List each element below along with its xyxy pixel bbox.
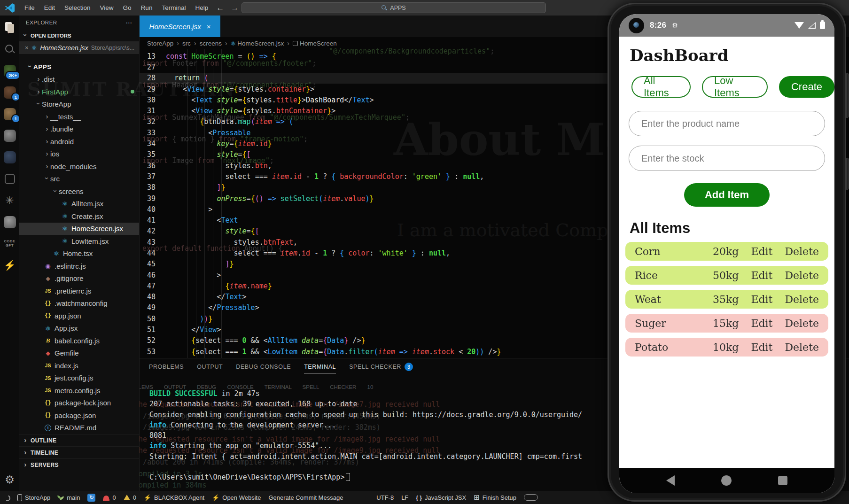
edit-button[interactable]: Edit [751,318,772,329]
breadcrumb-item[interactable]: ⚛HomeScreen.jsx [231,40,284,47]
explorer-item-index-js[interactable]: JSindex.js [19,359,139,372]
explorer-item-metro-config-js[interactable]: JSmetro.config.js [19,384,139,397]
explorer-item-storeapp[interactable]: ›StoreApp [19,98,139,111]
volume-button[interactable] [846,73,849,118]
explorer-item-app-json[interactable]: {}app.json [19,310,139,322]
settings-gear-icon[interactable]: ⚙ [5,473,15,486]
edit-button[interactable]: Edit [751,341,772,353]
stock-input[interactable] [629,146,825,171]
breadcrumb-item[interactable]: StoreApp [147,40,173,47]
add-item-button[interactable]: Add Item [684,183,770,207]
panel-tab-output[interactable]: OUTPUT [197,360,223,373]
codegpt-extension-icon[interactable]: CODE GPT [3,237,16,250]
open-editors-section[interactable]: › OPEN EDITORS [19,30,139,41]
edit-button[interactable]: Edit [751,246,772,257]
explorer-icon[interactable] [3,21,16,34]
toggle-status-item[interactable] [524,494,538,501]
package-extension-icon[interactable]: 1 [3,108,16,120]
panel-tab-terminal[interactable]: TERMINAL [304,360,336,373]
delete-button[interactable]: Delete [785,318,819,329]
0-status-item[interactable]: 0 [103,494,116,501]
open-editor-item[interactable]: × ⚛ HomeScreen.jsx StoreApp\src\s... [19,41,139,54]
tree-extension-icon[interactable] [3,172,16,185]
explorer-item--dist[interactable]: ›.dist [19,73,139,86]
delete-button[interactable]: Delete [785,270,819,281]
power-button[interactable] [846,158,849,190]
explorer-item--watchmanconfig[interactable]: {}.watchmanconfig [19,297,139,310]
lightning-extension-icon[interactable]: ⚡ [3,259,16,271]
search-icon[interactable] [3,43,16,55]
delete-button[interactable]: Delete [785,341,819,353]
low-items-tab[interactable]: Low Items [702,76,768,98]
sidebar-section-timeline[interactable]: ›TIMELINE [19,446,139,458]
explorer-item--gitignore[interactable]: ◆.gitignore [19,272,139,285]
detective-extension-icon[interactable]: 1 [3,86,16,99]
0-status-item[interactable]: 0 [124,494,136,501]
panel-tab-spell-checker[interactable]: SPELL CHECKER3 [349,359,413,374]
menu-file[interactable]: File [20,0,39,16]
explorer-item-jest-config-js[interactable]: JSjest.config.js [19,372,139,385]
create-tab[interactable]: Create [779,76,834,98]
explorer-item-app-jsx[interactable]: ⚛App.jsx [19,322,139,335]
python-gray-extension-icon[interactable] [3,216,16,228]
explorer-item-create-jsx[interactable]: ⚛Create.jsx [19,210,139,223]
edit-button[interactable]: Edit [751,270,772,281]
sidebar-section-outline[interactable]: ›OUTLINE [19,434,139,446]
breadcrumb-item[interactable]: HomeScreen [293,40,337,47]
sync-status-item[interactable] [87,494,95,502]
explorer-item-ios[interactable]: ›ios [19,148,139,161]
recents-nav-icon[interactable] [778,476,787,485]
main-status-item[interactable]: main [58,494,80,501]
home-nav-icon[interactable] [721,475,732,486]
nav-forward-icon[interactable]: → [231,3,239,13]
plant-extension-icon[interactable]: 2K+ [3,64,16,77]
menu-help[interactable]: Help [190,0,213,16]
panel-tab-debug-console[interactable]: DEBUG CONSOLE [236,360,291,373]
lf-status-item[interactable]: LF [401,494,408,501]
explorer-item-babel-config-js[interactable]: Bbabel.config.js [19,334,139,347]
breadcrumb-item[interactable]: src [182,40,191,47]
sidebar-section-servers[interactable]: ›SERVERS [19,458,139,471]
explorer-item-package-lock-json[interactable]: {}package-lock.json [19,397,139,410]
generate-commit-message-status-item[interactable]: Generate Commit Message [268,494,343,501]
menu-terminal[interactable]: Terminal [157,0,190,16]
explorer-item-homescreen-jsx[interactable]: ⚛HomeScreen.jsx [19,223,139,235]
delete-button[interactable]: Delete [785,294,819,305]
explorer-actions-icon[interactable]: ⋯ [126,19,133,26]
openai-extension-icon[interactable]: ✳ [3,194,16,207]
explorer-item--tests-[interactable]: ›__tests__ [19,110,139,123]
javascript-jsx-status-item[interactable]: JavaScript JSX [416,494,466,501]
explorer-item--prettierrc-js[interactable]: JS.prettierrc.js [19,285,139,297]
menu-run[interactable]: Run [136,0,157,16]
explorer-item-apps[interactable]: ›APPS [19,61,139,73]
explorer-item-firstapp[interactable]: ›FirstApp [19,85,139,98]
storeapp-status-item[interactable]: StoreApp [17,494,50,501]
explorer-item-screens[interactable]: ›screens [19,185,139,198]
breadcrumb-item[interactable]: screens [200,40,222,47]
explorer-item-src[interactable]: ›src [19,173,139,186]
blackbox-agent-status-item[interactable]: BLACKBOX Agent [144,494,204,501]
explorer-item-gemfile[interactable]: ◆Gemfile [19,347,139,360]
menu-edit[interactable]: Edit [39,0,60,16]
explorer-item--eslintrc-js[interactable]: ◉.eslintrc.js [19,260,139,272]
panel-tab-problems[interactable]: PROBLEMS [149,360,184,373]
close-icon[interactable]: × [25,44,29,51]
command-search-box[interactable]: APPS [241,2,546,13]
satellite-extension-icon[interactable] [3,129,16,142]
explorer-item-lowitem-jsx[interactable]: ⚛LowItem.jsx [19,235,139,248]
terminal[interactable]: BUILD SUCCESSFUL in 2m 47s207 actionable… [149,389,582,484]
explorer-item-package-json[interactable]: {}package.json [19,409,139,422]
nav-back-icon[interactable]: ← [216,3,224,13]
explorer-item-readme-md[interactable]: iREADME.md [19,422,139,434]
product-name-input[interactable] [629,111,825,136]
python-extension-icon[interactable] [3,151,16,163]
menu-view[interactable]: View [95,0,118,16]
all-items-tab[interactable]: All Items [631,76,691,98]
finish-setup-status-item[interactable]: Finish Setup [474,493,516,502]
tab-close-icon[interactable]: × [207,23,211,31]
explorer-item-android[interactable]: ›android [19,135,139,148]
explorer-item-home-tsx[interactable]: ⚛Home.tsx [19,248,139,260]
menu-selection[interactable]: Selection [60,0,95,16]
tab-homescreen[interactable]: HomeScreen.jsx × [140,16,220,37]
menu-go[interactable]: Go [118,0,136,16]
